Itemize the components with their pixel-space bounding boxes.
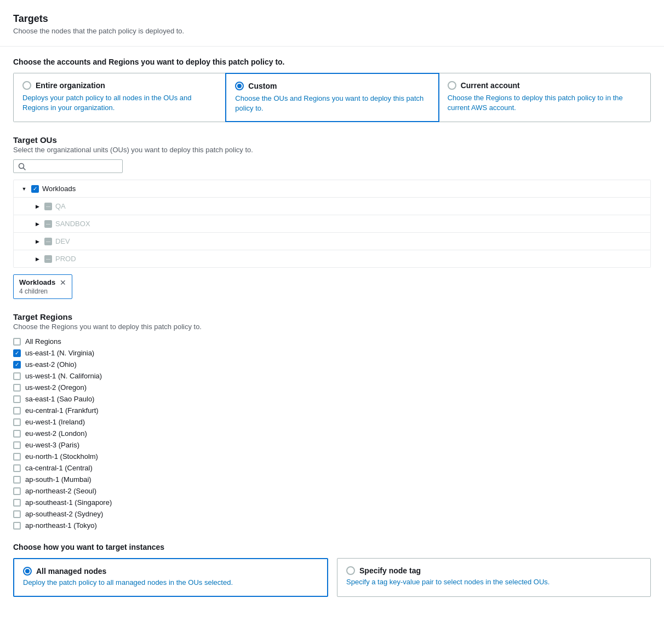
region-item-ap-south-1: ap-south-1 (Mumbai) [13,475,651,484]
target-ous-section: Target OUs Select the organizational uni… [13,135,651,299]
entire-org-radio[interactable] [22,81,31,90]
workloads-checkbox[interactable] [31,185,39,193]
target-regions-desc: Choose the Regions you want to deploy th… [13,323,651,331]
ap-south-1-label: ap-south-1 (Mumbai) [25,475,91,484]
sa-east-1-checkbox[interactable] [13,395,21,403]
header-divider [0,46,664,47]
target-ous-title: Target OUs [13,135,651,145]
search-icon [18,163,26,170]
target-regions-title: Target Regions [13,312,651,321]
us-east-2-label: us-east-2 (Ohio) [25,360,77,369]
selected-tags: Workloads ✕ 4 children [13,274,651,299]
ou-search-box[interactable] [13,159,123,173]
eu-west-1-label: eu-west-1 (Ireland) [25,418,85,426]
entire-org-header: Entire organization [22,81,216,90]
node-tag-radio[interactable] [346,566,355,575]
region-item-ap-northeast-1: ap-northeast-1 (Tokyo) [13,521,651,530]
tree-row-sandbox: SANDBOX [14,215,650,233]
region-item-eu-west-2: eu-west-2 (London) [13,429,651,438]
deployment-options: Entire organization Deploys your patch p… [13,73,651,122]
qa-toggle[interactable] [33,203,41,210]
tree-row-dev: DEV [14,233,650,250]
all-regions-checkbox[interactable] [13,338,21,346]
qa-checkbox[interactable] [44,203,52,210]
custom-header: Custom [235,82,429,90]
prod-toggle[interactable] [33,255,41,263]
dev-label: DEV [55,237,70,245]
sa-east-1-label: sa-east-1 (Sao Paulo) [25,395,94,403]
ap-northeast-2-label: ap-northeast-2 (Seoul) [25,487,96,495]
entire-org-desc: Deploys your patch policy to all nodes i… [22,93,216,113]
ou-search-input[interactable] [29,162,118,170]
region-item-eu-central-1: eu-central-1 (Frankfurt) [13,406,651,415]
eu-central-1-checkbox[interactable] [13,407,21,415]
us-east-1-checkbox[interactable] [13,349,21,357]
ap-southeast-1-label: ap-southeast-1 (Singapore) [25,498,112,507]
target-ous-desc: Select the organizational units (OUs) yo… [13,146,651,154]
us-west-1-label: us-west-1 (N. California) [25,372,102,380]
workloads-tag-header: Workloads ✕ [19,278,66,286]
region-item-us-west-2: us-west-2 (Oregon) [13,383,651,392]
ap-northeast-1-checkbox[interactable] [13,522,21,530]
prod-checkbox[interactable] [44,255,52,263]
region-item-all: All Regions [13,337,651,346]
us-west-1-checkbox[interactable] [13,372,21,380]
region-item-sa-east-1: sa-east-1 (Sao Paulo) [13,395,651,403]
eu-west-2-label: eu-west-2 (London) [25,429,87,438]
ap-southeast-1-checkbox[interactable] [13,499,21,507]
eu-north-1-checkbox[interactable] [13,453,21,461]
us-west-2-checkbox[interactable] [13,384,21,392]
sandbox-toggle[interactable] [33,220,41,228]
region-item-ap-southeast-1: ap-southeast-1 (Singapore) [13,498,651,507]
tree-row-qa: QA [14,198,650,215]
all-managed-radio[interactable] [23,567,32,576]
deployment-option-current-account[interactable]: Current account Choose the Regions to de… [439,73,650,122]
deployment-option-entire-org[interactable]: Entire organization Deploys your patch p… [14,73,226,122]
eu-central-1-label: eu-central-1 (Frankfurt) [25,406,99,415]
region-item-ap-northeast-2: ap-northeast-2 (Seoul) [13,487,651,495]
deployment-option-custom[interactable]: Custom Choose the OUs and Regions you wa… [225,73,439,122]
workloads-toggle[interactable] [20,185,28,193]
target-instances-section: Choose how you want to target instances … [13,543,651,596]
ap-south-1-checkbox[interactable] [13,476,21,484]
current-account-header: Current account [448,81,642,90]
workloads-tag-children: 4 children [19,288,48,295]
region-item-ca-central-1: ca-central-1 (Central) [13,464,651,472]
ap-northeast-1-label: ap-northeast-1 (Tokyo) [25,521,97,530]
region-item-eu-north-1: eu-north-1 (Stockholm) [13,452,651,461]
region-item-eu-west-1: eu-west-1 (Ireland) [13,418,651,426]
instance-option-node-tag[interactable]: Specify node tag Specify a tag key-value… [337,558,651,596]
ap-southeast-2-label: ap-southeast-2 (Sydney) [25,510,103,518]
page-subtitle: Choose the nodes that the patch policy i… [13,27,651,35]
region-item-us-west-1: us-west-1 (N. California) [13,372,651,380]
us-east-1-label: us-east-1 (N. Virginia) [25,349,94,357]
tree-row-workloads: Workloads [14,180,650,198]
ap-southeast-2-checkbox[interactable] [13,510,21,518]
sandbox-checkbox[interactable] [44,220,52,228]
us-west-2-label: us-west-2 (Oregon) [25,383,87,392]
eu-west-3-label: eu-west-3 (Paris) [25,441,79,449]
node-tag-title: Specify node tag [359,566,421,575]
ap-northeast-2-checkbox[interactable] [13,487,21,495]
custom-desc: Choose the OUs and Regions you want to d… [235,94,429,113]
current-account-title: Current account [461,81,520,90]
region-item-eu-west-3: eu-west-3 (Paris) [13,441,651,449]
svg-line-1 [24,168,26,170]
node-tag-desc: Specify a tag key-value pair to select n… [346,577,642,587]
all-managed-header: All managed nodes [23,567,318,576]
current-account-radio[interactable] [448,81,456,90]
region-item-us-east-2: us-east-2 (Ohio) [13,360,651,369]
custom-radio[interactable] [235,82,244,90]
us-east-2-checkbox[interactable] [13,361,21,369]
workloads-tag: Workloads ✕ 4 children [13,274,72,299]
workloads-tag-name: Workloads [19,278,55,286]
eu-west-3-checkbox[interactable] [13,441,21,449]
deployment-choice-label: Choose the accounts and Regions you want… [13,58,651,66]
dev-checkbox[interactable] [44,238,52,245]
eu-west-1-checkbox[interactable] [13,418,21,426]
dev-toggle[interactable] [33,238,41,245]
workloads-tag-close[interactable]: ✕ [60,279,66,286]
eu-west-2-checkbox[interactable] [13,430,21,438]
instance-option-all-managed[interactable]: All managed nodes Deploy the patch polic… [13,558,328,596]
ca-central-1-checkbox[interactable] [13,464,21,472]
